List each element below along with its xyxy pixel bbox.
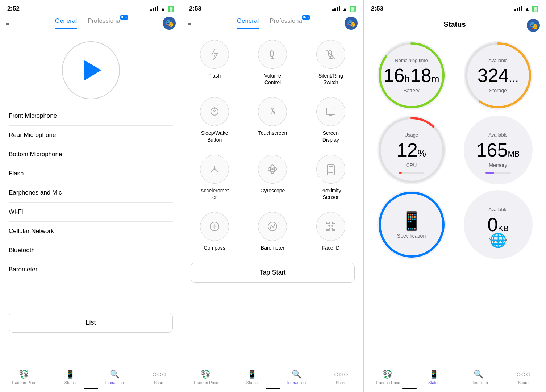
trade-in-icon-3: 💱 — [383, 370, 392, 379]
svg-rect-10 — [326, 108, 335, 114]
icon-proximity-sensor[interactable]: ProximitySensor — [302, 149, 360, 206]
tap-start-button[interactable]: Tap Start — [191, 263, 355, 283]
play-area — [0, 30, 182, 107]
play-button[interactable] — [84, 60, 101, 80]
face-id-icon-circle — [316, 212, 345, 241]
tab-trade-in-3[interactable]: 💱 Trade-in Price — [375, 370, 400, 385]
nav-tabs-2: General Professional Pro — [196, 17, 345, 29]
hamburger-menu[interactable]: ≡ — [6, 20, 10, 27]
memory-circle[interactable]: Available 165 MB Memory — [464, 116, 533, 184]
icon-volume[interactable]: VolumeControl — [243, 34, 301, 91]
list-item[interactable]: Earphones and Mic — [9, 183, 173, 203]
time-2: 2:53 — [189, 5, 201, 12]
interaction-icon: 🔍 — [110, 370, 120, 379]
icon-screen-display[interactable]: ScreenDisplay — [302, 91, 360, 149]
specification-cell: 📱 Specification — [371, 190, 452, 259]
battery-circle[interactable]: Remaining time 16 h 18 m Battery — [377, 41, 446, 110]
panel-2: 2:53 ▲ ▓ ≡ General Professional Pro 🎭 Fl — [182, 0, 364, 392]
tab-label: Trade-in Price — [12, 380, 37, 385]
tab-general-2[interactable]: General — [237, 17, 259, 29]
icon-accelerometer[interactable]: Accelerometer — [186, 149, 243, 206]
avatar-button-3[interactable]: 🎭 — [527, 19, 540, 32]
storage-circle[interactable]: Available 324 ... Storage — [464, 41, 533, 110]
battery-label-top: Remaining time — [395, 58, 428, 63]
wifi-icon: ▲ — [161, 6, 166, 12]
icon-face-id[interactable]: Face ID — [302, 206, 360, 257]
status-bar-3: 2:53 ▲ ▓ — [364, 0, 546, 14]
tab-label: Share — [154, 380, 164, 385]
list-item[interactable]: Barometer — [9, 260, 173, 279]
face-id-label: Face ID — [322, 245, 339, 251]
list-item[interactable]: Rear Microphone — [9, 126, 173, 145]
time-1: 2:52 — [7, 5, 20, 12]
tab-status-1[interactable]: 📱 Status — [59, 370, 81, 385]
svg-marker-24 — [214, 224, 215, 229]
flash-label: Flash — [208, 72, 221, 79]
tab-interaction-2[interactable]: 🔍 Interaction — [285, 370, 307, 385]
tab-status-3[interactable]: 📱 Status — [423, 370, 445, 385]
icon-barometer[interactable]: Barometer — [243, 206, 301, 257]
list-item[interactable]: Cellular Network — [9, 222, 173, 241]
icon-gyroscope[interactable]: Gyroscope — [243, 149, 301, 206]
share-icon-2: ○○○ — [334, 370, 349, 379]
icon-silent-ring[interactable]: Silent/RingSwitch — [302, 34, 360, 91]
icon-touchscreen[interactable]: Touchscreen — [243, 91, 301, 149]
tab-trade-in-2[interactable]: 💱 Trade-in Price — [193, 370, 218, 385]
battery-icon-2: ▓ — [350, 6, 356, 12]
accelerometer-icon-circle — [200, 155, 229, 184]
proximity-sensor-label: ProximitySensor — [320, 187, 341, 200]
tab-bar-3: 💱 Trade-in Price 📱 Status 🔍 Interaction … — [364, 366, 546, 392]
tab-share-3[interactable]: ○○○ Share — [512, 370, 534, 385]
battery-hours: 16 — [384, 64, 405, 86]
storage-label-top: Available — [488, 58, 508, 63]
memory-bar-fill — [485, 172, 495, 174]
barometer-icon-circle — [258, 212, 287, 241]
tab-professional-1[interactable]: Professional Pro — [88, 17, 122, 29]
status-icon-3: 📱 — [429, 370, 439, 379]
hamburger-menu-2[interactable]: ≡ — [188, 20, 192, 27]
list-button[interactable]: List — [9, 313, 173, 333]
network-circle[interactable]: Available 0 KB Network 🌐 — [464, 190, 533, 259]
network-cell: Available 0 KB Network 🌐 — [458, 190, 538, 259]
tab-professional-2[interactable]: Professional Pro — [270, 17, 304, 29]
svg-point-9 — [272, 108, 273, 109]
list-item[interactable]: Front Microphone — [9, 107, 173, 126]
svg-rect-0 — [270, 51, 273, 57]
list-item[interactable]: Bottom Microphone — [9, 145, 173, 164]
tab-share-2[interactable]: ○○○ Share — [330, 370, 352, 385]
status-icons-1: ▲ ▓ — [150, 6, 174, 12]
icon-flash[interactable]: Flash — [186, 34, 243, 91]
svg-rect-27 — [332, 222, 335, 224]
tab-indicator-3 — [402, 388, 417, 389]
battery-cell: Remaining time 16 h 18 m Battery — [371, 41, 452, 110]
tab-share-1[interactable]: ○○○ Share — [148, 370, 170, 385]
spec-phone-icon: 📱 — [400, 210, 423, 232]
cpu-circle[interactable]: Usage 12 % CPU — [377, 116, 446, 184]
avatar-button-2[interactable]: 🎭 — [345, 17, 358, 30]
tab-interaction-3[interactable]: 🔍 Interaction — [468, 370, 489, 385]
status-bar-1: 2:52 ▲ ▓ — [0, 0, 182, 14]
tab-interaction-1[interactable]: 🔍 Interaction — [104, 370, 125, 385]
list-item[interactable]: Bluetooth — [9, 241, 173, 260]
list-item[interactable]: Wi-Fi — [9, 203, 173, 222]
play-circle[interactable] — [62, 41, 120, 99]
silent-ring-label: Silent/RingSwitch — [318, 72, 343, 86]
icon-sleep-wake[interactable]: Sleep/WakeButton — [186, 91, 243, 149]
volume-icon-circle — [258, 40, 287, 69]
tab-general-1[interactable]: General — [55, 17, 77, 29]
status-icons-3: ▲ ▓ — [514, 6, 538, 12]
svg-point-30 — [329, 225, 330, 226]
tab-status-2[interactable]: 📱 Status — [241, 370, 263, 385]
trade-in-icon-2: 💱 — [201, 370, 211, 379]
gyroscope-icon-circle — [258, 155, 287, 184]
avatar-button-1[interactable]: 🎭 — [163, 17, 176, 30]
tab-bar-2: 💱 Trade-in Price 📱 Status 🔍 Interaction … — [182, 366, 363, 392]
icon-compass[interactable]: Compass — [186, 206, 243, 257]
tab-label-2: Share — [336, 380, 346, 385]
proximity-sensor-icon-circle — [316, 155, 345, 184]
tab-trade-in-1[interactable]: 💱 Trade-in Price — [12, 370, 37, 385]
list-item[interactable]: Flash — [9, 164, 173, 183]
cpu-label-top: Usage — [405, 132, 418, 138]
battery-icon: ▓ — [168, 6, 174, 12]
specification-circle[interactable]: 📱 Specification — [377, 190, 446, 259]
